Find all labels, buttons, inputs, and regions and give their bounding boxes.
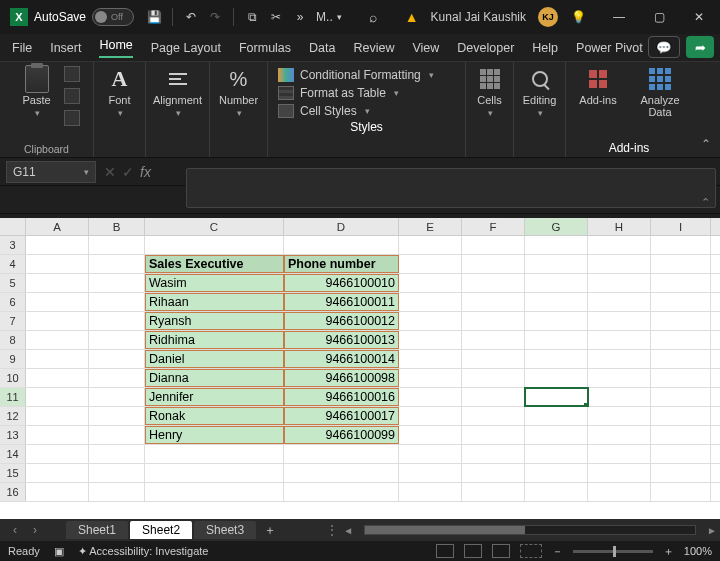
cell-G16[interactable] (525, 483, 588, 501)
cell-I3[interactable] (651, 236, 711, 254)
cell-G11[interactable] (525, 388, 588, 406)
cell-G4[interactable] (525, 255, 588, 273)
font-button[interactable]: A Font▾ (97, 66, 143, 118)
row-header-11[interactable]: 11 (0, 388, 26, 406)
document-menu[interactable]: M..▾ (316, 10, 342, 24)
cell-D6[interactable]: 9466100011 (284, 293, 399, 311)
column-header-C[interactable]: C (145, 218, 284, 235)
cell-G3[interactable] (525, 236, 588, 254)
cell-B6[interactable] (89, 293, 145, 311)
cell-C13[interactable]: Henry (145, 426, 284, 444)
tab-power-pivot[interactable]: Power Pivot (576, 41, 643, 55)
column-header-E[interactable]: E (399, 218, 462, 235)
sheet-prev-button[interactable]: ‹ (6, 523, 24, 537)
cell-H7[interactable] (588, 312, 651, 330)
undo-icon[interactable]: ↶ (183, 9, 199, 25)
cell-G8[interactable] (525, 331, 588, 349)
cell-A8[interactable] (26, 331, 89, 349)
format-painter-button[interactable] (64, 110, 80, 126)
share-button[interactable]: ➦ (686, 36, 714, 58)
cell-F8[interactable] (462, 331, 525, 349)
add-sheet-button[interactable]: ＋ (258, 522, 282, 539)
cell-D11[interactable]: 9466100016 (284, 388, 399, 406)
formula-collapse-icon[interactable]: ⌃ (701, 196, 710, 209)
sheet-tab-sheet3[interactable]: Sheet3 (194, 521, 256, 539)
enter-formula-icon[interactable]: ✓ (122, 164, 134, 180)
macro-record-icon[interactable]: ▣ (54, 545, 64, 558)
column-header-D[interactable]: D (284, 218, 399, 235)
accessibility-status[interactable]: ✦ Accessibility: Investigate (78, 545, 209, 558)
cell-E4[interactable] (399, 255, 462, 273)
column-header-G[interactable]: G (525, 218, 588, 235)
cell-H14[interactable] (588, 445, 651, 463)
cell-F13[interactable] (462, 426, 525, 444)
cell-H6[interactable] (588, 293, 651, 311)
cell-B11[interactable] (89, 388, 145, 406)
tab-data[interactable]: Data (309, 41, 335, 55)
cell-A11[interactable] (26, 388, 89, 406)
formula-input[interactable] (186, 168, 716, 208)
lightbulb-icon[interactable]: 💡 (570, 9, 586, 25)
autosave-toggle[interactable]: AutoSave Off (34, 8, 134, 26)
cell-B9[interactable] (89, 350, 145, 368)
spreadsheet-grid[interactable]: ABCDEFGHI 34Sales ExecutivePhone number5… (0, 218, 720, 519)
cell-I15[interactable] (651, 464, 711, 482)
row-header-5[interactable]: 5 (0, 274, 26, 292)
addins-button[interactable]: Add-ins (574, 66, 622, 118)
cell-A10[interactable] (26, 369, 89, 387)
cell-D8[interactable]: 9466100013 (284, 331, 399, 349)
cell-A14[interactable] (26, 445, 89, 463)
cell-B10[interactable] (89, 369, 145, 387)
cell-I7[interactable] (651, 312, 711, 330)
cell-B16[interactable] (89, 483, 145, 501)
cell-D12[interactable]: 9466100017 (284, 407, 399, 425)
cell-B15[interactable] (89, 464, 145, 482)
horizontal-scrollbar[interactable] (364, 525, 696, 535)
cell-D4[interactable]: Phone number (284, 255, 399, 273)
normal-view-button[interactable] (436, 544, 454, 558)
editing-button[interactable]: Editing▾ (517, 66, 563, 118)
cell-B14[interactable] (89, 445, 145, 463)
cell-A7[interactable] (26, 312, 89, 330)
cell-F15[interactable] (462, 464, 525, 482)
tab-file[interactable]: File (12, 41, 32, 55)
copy-icon[interactable]: ⧉ (244, 9, 260, 25)
user-avatar[interactable]: KJ (538, 7, 558, 27)
cell-F9[interactable] (462, 350, 525, 368)
cell-I12[interactable] (651, 407, 711, 425)
tab-help[interactable]: Help (532, 41, 558, 55)
cell-G7[interactable] (525, 312, 588, 330)
more-icon[interactable]: » (292, 9, 308, 25)
redo-icon[interactable]: ↷ (207, 9, 223, 25)
row-header-3[interactable]: 3 (0, 236, 26, 254)
cell-G9[interactable] (525, 350, 588, 368)
analyze-data-button[interactable]: Analyze Data (636, 66, 684, 118)
zoom-in-button[interactable]: ＋ (663, 544, 674, 559)
cell-E10[interactable] (399, 369, 462, 387)
cell-D10[interactable]: 9466100098 (284, 369, 399, 387)
row-header-10[interactable]: 10 (0, 369, 26, 387)
cell-E12[interactable] (399, 407, 462, 425)
cell-F7[interactable] (462, 312, 525, 330)
cell-E3[interactable] (399, 236, 462, 254)
zoom-out-button[interactable]: － (552, 544, 563, 559)
sheet-tab-sheet2[interactable]: Sheet2 (130, 521, 192, 539)
row-header-12[interactable]: 12 (0, 407, 26, 425)
zoom-level[interactable]: 100% (684, 545, 712, 557)
cell-A13[interactable] (26, 426, 89, 444)
cell-B3[interactable] (89, 236, 145, 254)
cell-A16[interactable] (26, 483, 89, 501)
column-header-F[interactable]: F (462, 218, 525, 235)
column-header-H[interactable]: H (588, 218, 651, 235)
cell-H3[interactable] (588, 236, 651, 254)
cell-I10[interactable] (651, 369, 711, 387)
cell-H11[interactable] (588, 388, 651, 406)
paste-button[interactable]: Paste ▾ (14, 66, 60, 126)
cell-G6[interactable] (525, 293, 588, 311)
cell-F3[interactable] (462, 236, 525, 254)
cell-E9[interactable] (399, 350, 462, 368)
cell-D16[interactable] (284, 483, 399, 501)
cell-H13[interactable] (588, 426, 651, 444)
cell-H4[interactable] (588, 255, 651, 273)
cell-C3[interactable] (145, 236, 284, 254)
